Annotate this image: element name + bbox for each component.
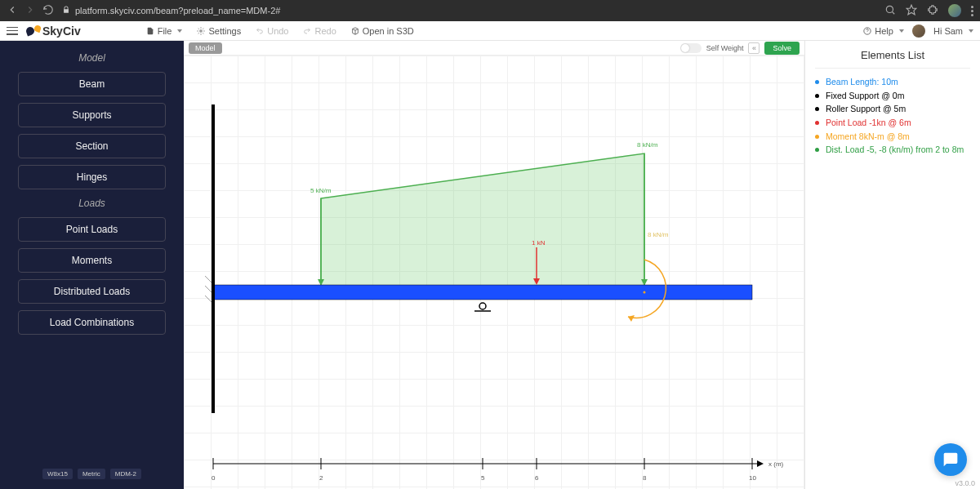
- gear-icon: [197, 27, 205, 35]
- url-text: platform.skyciv.com/beam?preload_name=MD…: [75, 6, 280, 16]
- tick-10: 10: [749, 474, 756, 482]
- element-text: Beam Length: 10m: [826, 76, 898, 88]
- settings-menu[interactable]: Settings: [197, 26, 241, 36]
- sidebar-beam-button[interactable]: Beam: [18, 72, 166, 96]
- dist-start-label: 5 kN/m: [310, 187, 332, 194]
- chevron-down-icon: [177, 29, 182, 33]
- version-label: v3.0.0: [955, 479, 975, 487]
- app-toolbar: SkyCiv File Settings Undo Redo Open in S…: [0, 21, 980, 41]
- browser-menu-icon[interactable]: [971, 6, 973, 16]
- back-icon[interactable]: [7, 4, 18, 17]
- extensions-icon[interactable]: [927, 4, 938, 17]
- solve-button[interactable]: Solve: [764, 42, 800, 55]
- lock-icon: [62, 6, 70, 16]
- brand-name: SkyCiv: [42, 24, 81, 38]
- profile-avatar[interactable]: [948, 4, 961, 17]
- bullet-icon: [815, 121, 819, 125]
- main-layout: Model Beam Supports Section Hinges Loads…: [0, 41, 980, 489]
- elements-title: Elements List: [815, 49, 970, 69]
- sidebar-header-model: Model: [0, 47, 184, 69]
- file-menu[interactable]: File: [146, 26, 183, 36]
- chevron-down-icon: [899, 29, 904, 33]
- sidebar-section-button[interactable]: Section: [18, 134, 166, 158]
- tick-0: 0: [212, 474, 216, 482]
- section-chip[interactable]: W8x15: [42, 469, 73, 479]
- element-list-item[interactable]: Beam Length: 10m: [815, 75, 970, 89]
- tick-8: 8: [643, 474, 647, 482]
- bullet-icon: [815, 148, 819, 152]
- help-icon: [863, 27, 871, 35]
- undo-button[interactable]: Undo: [256, 26, 288, 36]
- app-bar-right: Help Hi Sam: [863, 24, 973, 38]
- chat-icon: [942, 451, 959, 468]
- bullet-icon: [815, 107, 819, 111]
- model-chip[interactable]: MDM-2: [110, 469, 141, 479]
- app-menu: File Settings Undo Redo Open in S3D: [146, 26, 414, 36]
- star-icon[interactable]: [906, 4, 917, 17]
- sidebar-footer: W8x15 Metric MDM-2: [0, 465, 184, 482]
- x-axis-label: x (m): [768, 460, 784, 468]
- undo-icon: [256, 27, 264, 35]
- redo-icon: [303, 27, 311, 35]
- tab-model[interactable]: Model: [189, 42, 222, 54]
- user-menu[interactable]: Hi Sam: [933, 26, 973, 36]
- element-list-item[interactable]: Dist. Load -5, -8 (kn/m) from 2 to 8m: [815, 143, 970, 157]
- sidebar-hinges-button[interactable]: Hinges: [18, 165, 166, 189]
- svg-line-9: [205, 296, 212, 302]
- svg-point-10: [479, 303, 486, 309]
- element-list-item[interactable]: Roller Support @ 5m: [815, 102, 970, 116]
- svg-point-0: [886, 6, 893, 12]
- fixed-support-hatch: [205, 276, 212, 302]
- sidebar-point-loads-button[interactable]: Point Loads: [18, 217, 166, 242]
- logo-mark: [26, 25, 41, 37]
- sidebar-load-combos-button[interactable]: Load Combinations: [18, 310, 166, 335]
- dist-end-label2: 8 kN/m: [648, 231, 669, 238]
- search-page-icon[interactable]: [884, 4, 896, 17]
- svg-marker-15: [757, 460, 764, 467]
- element-list-item[interactable]: Moment 8kN-m @ 8m: [815, 130, 970, 144]
- help-menu[interactable]: Help: [863, 26, 904, 36]
- hamburger-icon[interactable]: [7, 27, 18, 35]
- bullet-icon: [815, 94, 819, 98]
- forward-icon[interactable]: [24, 4, 36, 17]
- sidebar-moments-button[interactable]: Moments: [18, 248, 166, 273]
- sidebar-header-loads: Loads: [0, 193, 184, 214]
- self-weight-toggle[interactable]: [680, 43, 702, 53]
- svg-line-8: [205, 286, 212, 292]
- reload-icon[interactable]: [42, 4, 54, 17]
- svg-line-1: [892, 11, 894, 14]
- self-weight-label: Self Weight: [706, 44, 744, 52]
- beam-element[interactable]: [213, 285, 752, 300]
- chat-button[interactable]: [934, 443, 967, 476]
- element-text: Moment 8kN-m @ 8m: [826, 131, 910, 143]
- url-bar[interactable]: platform.skyciv.com/beam?preload_name=MD…: [62, 6, 876, 16]
- tick-6: 6: [535, 474, 539, 482]
- brand-logo[interactable]: SkyCiv: [26, 24, 81, 38]
- canvas-area: Model Self Weight « Solve 5 kN/m 8 kN/m …: [184, 41, 804, 489]
- point-load-label: 1 kN: [532, 239, 546, 247]
- cube-icon: [351, 27, 359, 35]
- tick-2: 2: [319, 474, 323, 482]
- browser-right: [884, 4, 973, 17]
- element-text: Point Load -1kn @ 6m: [826, 117, 911, 129]
- dist-load-shape: [321, 153, 644, 286]
- bullet-icon: [815, 80, 819, 84]
- browser-chrome: platform.skyciv.com/beam?preload_name=MD…: [0, 0, 980, 21]
- bullet-icon: [815, 135, 819, 139]
- sidebar-dist-loads-button[interactable]: Distributed Loads: [18, 279, 166, 304]
- element-list-item[interactable]: Fixed Support @ 0m: [815, 89, 970, 103]
- file-icon: [146, 27, 154, 35]
- svg-point-14: [644, 291, 646, 294]
- units-chip[interactable]: Metric: [78, 469, 105, 479]
- elements-list: Beam Length: 10mFixed Support @ 0mRoller…: [815, 75, 970, 157]
- sidebar-supports-button[interactable]: Supports: [18, 103, 166, 127]
- redo-button[interactable]: Redo: [303, 26, 336, 36]
- open-s3d-button[interactable]: Open in S3D: [351, 26, 414, 36]
- tick-5: 5: [481, 474, 485, 482]
- element-list-item[interactable]: Point Load -1kn @ 6m: [815, 116, 970, 130]
- expand-right-button[interactable]: «: [748, 42, 760, 54]
- roller-support[interactable]: [474, 303, 491, 311]
- canvas-toolbar: Model Self Weight « Solve: [184, 41, 804, 56]
- beam-diagram[interactable]: 5 kN/m 8 kN/m 8 kN/m 1 kN: [184, 56, 804, 489]
- user-avatar[interactable]: [912, 24, 925, 38]
